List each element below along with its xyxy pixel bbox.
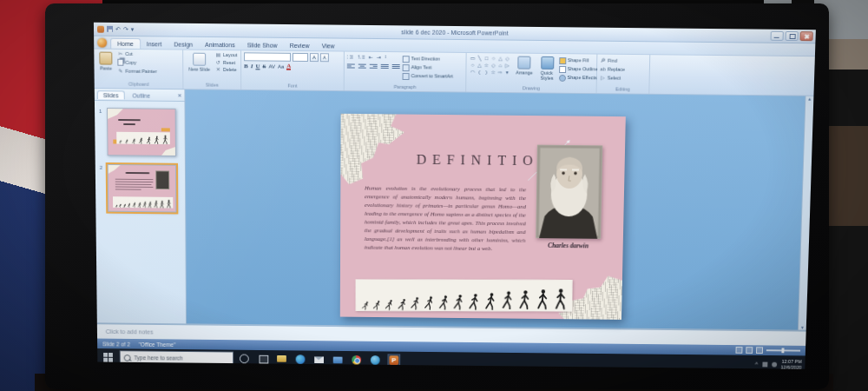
paragraph-group-label: Paragraph: [345, 83, 466, 91]
chrome-icon[interactable]: [351, 355, 362, 366]
taskbar-search[interactable]: Type here to search: [120, 350, 233, 366]
skype-icon[interactable]: [370, 355, 381, 366]
normal-view-icon[interactable]: [735, 347, 742, 354]
tab-slide-show[interactable]: Slide Show: [241, 40, 284, 50]
arrange-button[interactable]: Arrange: [513, 56, 536, 76]
align-right-icon[interactable]: [370, 64, 378, 69]
change-case-button[interactable]: Aa: [278, 64, 284, 70]
italic-button[interactable]: I: [251, 63, 253, 70]
slide-sorter-view-icon[interactable]: [746, 347, 753, 354]
minimize-button[interactable]: [771, 31, 784, 41]
slides-group-label: Slides: [183, 81, 240, 89]
quick-styles-button[interactable]: Quick Styles: [538, 56, 556, 82]
copy-button[interactable]: Copy: [117, 58, 156, 68]
close-button[interactable]: [799, 31, 812, 41]
task-view-icon[interactable]: [258, 354, 269, 365]
slideshow-view-icon[interactable]: [756, 347, 763, 354]
edge-icon[interactable]: [295, 354, 306, 365]
text-direction-button[interactable]: Text Direction: [403, 56, 454, 63]
thumbnail-slot-2: 2: [108, 164, 181, 213]
shrink-font-icon[interactable]: A: [320, 53, 329, 62]
network-icon[interactable]: [762, 361, 767, 367]
editing-group-label: Editing: [597, 85, 649, 94]
restore-button[interactable]: [786, 31, 799, 41]
scroll-down-icon[interactable]: ▼: [800, 325, 805, 330]
font-size-box[interactable]: [293, 53, 308, 62]
font-name-box[interactable]: [244, 52, 291, 61]
character-spacing-button[interactable]: AV: [268, 64, 275, 70]
font-color-button[interactable]: A: [286, 63, 291, 70]
drawing-group-label: Drawing: [466, 84, 596, 93]
volume-icon[interactable]: [772, 361, 777, 367]
tab-design[interactable]: Design: [168, 39, 199, 49]
slide-editing-area[interactable]: DEFINITION: [340, 114, 626, 320]
slide-1-thumbnail[interactable]: [107, 108, 176, 156]
bold-button[interactable]: B: [244, 63, 248, 70]
tray-chevron-icon[interactable]: ^: [755, 361, 758, 368]
pane-close-icon[interactable]: ✕: [177, 92, 181, 98]
indent-more-icon[interactable]: ⇥: [377, 54, 381, 62]
shape-effects-button[interactable]: Shape Effects: [559, 75, 598, 82]
convert-smartart-button[interactable]: Convert to SmartArt: [403, 73, 453, 81]
shape-fill-button[interactable]: Shape Fill: [559, 57, 598, 64]
justify-icon[interactable]: [381, 64, 389, 69]
strikethrough-button[interactable]: S: [263, 63, 266, 70]
align-left-icon[interactable]: [347, 63, 355, 68]
folder-icon[interactable]: [332, 355, 344, 366]
numbering-icon[interactable]: ⒈≡: [357, 54, 365, 62]
paragraph-group: ∷≡ ⒈≡ ⇤ ⇥ ↕: [345, 52, 467, 92]
reset-button[interactable]: ↺Reset: [215, 59, 237, 66]
align-text-icon: [403, 64, 410, 71]
underline-button[interactable]: U: [255, 63, 260, 70]
layout-button[interactable]: ▤Layout: [215, 52, 237, 59]
paste-icon: [99, 52, 112, 65]
select-button[interactable]: ▷Select: [600, 75, 625, 82]
shape-outline-button[interactable]: Shape Outline: [559, 66, 598, 73]
grow-font-icon[interactable]: A: [310, 53, 319, 62]
replace-button[interactable]: abReplace: [600, 66, 625, 73]
cut-icon: ✂: [117, 51, 123, 58]
line-spacing-icon[interactable]: ↕: [385, 54, 387, 62]
cortana-icon[interactable]: [239, 354, 250, 365]
background-chair: [826, 126, 868, 226]
layout-icon: ▤: [215, 52, 221, 59]
columns-icon[interactable]: [392, 64, 400, 69]
slide-body-text[interactable]: Human evolution is the evolutionary proc…: [365, 184, 527, 254]
find-button[interactable]: 🔎︎Find: [600, 58, 625, 65]
zoom-slider[interactable]: [766, 350, 800, 352]
taskbar-clock[interactable]: 12:07 PM 12/6/2020: [780, 359, 803, 369]
shape-fill-icon: [559, 57, 566, 64]
evolution-sequence-image[interactable]: [356, 279, 573, 311]
slide-1-evolution-mini: [116, 132, 170, 144]
delete-button[interactable]: ✕Delete: [215, 67, 237, 74]
tab-view[interactable]: View: [316, 41, 341, 50]
align-text-button[interactable]: Align Text: [403, 64, 454, 72]
file-explorer-icon[interactable]: [276, 354, 287, 365]
new-slide-icon: [193, 53, 206, 66]
outline-pane-tab[interactable]: Outline: [126, 90, 156, 99]
slide-2-thumbnail[interactable]: [108, 164, 177, 213]
cut-button[interactable]: ✂Cut: [117, 51, 156, 58]
scroll-up-icon[interactable]: ▲: [807, 96, 812, 102]
shapes-gallery[interactable]: ▭╲□○△◇ ○△☆◇⌂▷ ◠()☆⇨▾: [469, 55, 510, 76]
charles-darwin-photo[interactable]: [536, 145, 602, 239]
align-center-icon[interactable]: [358, 64, 366, 69]
slide-indicator: Slide 2 of 2: [102, 341, 130, 347]
mail-icon[interactable]: [313, 354, 325, 365]
paste-button[interactable]: Paste: [96, 51, 115, 72]
indent-less-icon[interactable]: ⇤: [369, 54, 373, 62]
canvas-scrollbar[interactable]: ▲ ▼: [798, 96, 814, 330]
format-painter-button[interactable]: ✎Format Painter: [117, 69, 156, 76]
powerpoint-taskbar-icon[interactable]: P: [388, 355, 399, 366]
tab-animations[interactable]: Animations: [199, 40, 241, 50]
window-controls: [771, 31, 816, 41]
slides-pane-tab[interactable]: Slides: [97, 90, 125, 99]
tab-home[interactable]: Home: [110, 38, 141, 49]
start-button[interactable]: [101, 351, 115, 364]
office-button[interactable]: [97, 38, 107, 48]
delete-icon: ✕: [215, 67, 221, 74]
tab-review[interactable]: Review: [284, 41, 316, 50]
new-slide-button[interactable]: New Slide: [186, 52, 213, 73]
tab-insert[interactable]: Insert: [141, 39, 168, 49]
bullets-icon[interactable]: ∷≡: [347, 54, 353, 62]
